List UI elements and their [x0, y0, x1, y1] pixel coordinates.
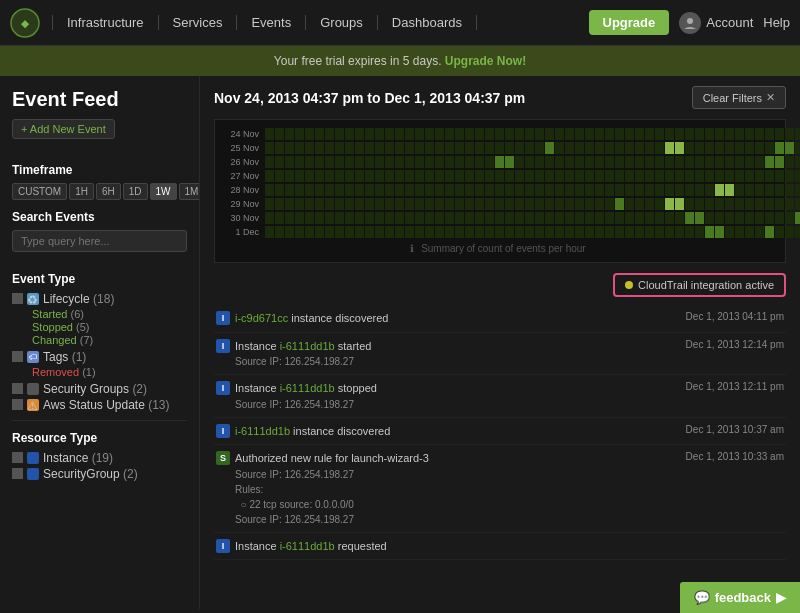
heatmap-cell: [545, 156, 554, 168]
event-item: Ii-c9d671cc instance discoveredDec 1, 20…: [214, 305, 786, 333]
heatmap-cell: [635, 142, 644, 154]
nav-services[interactable]: Services: [159, 15, 238, 30]
heatmap-cell: [545, 212, 554, 224]
changed-item[interactable]: Changed (7): [32, 334, 187, 346]
heatmap-cell: [385, 226, 394, 238]
event-link[interactable]: i-c9d671cc: [235, 312, 288, 324]
heatmap-cell: [715, 212, 724, 224]
heatmap-cell: [315, 156, 324, 168]
lifecycle-checkbox[interactable]: [12, 293, 23, 304]
page-title: Event Feed: [12, 88, 187, 111]
heatmap-cell: [365, 198, 374, 210]
heatmap-row-label: 27 Nov: [223, 171, 263, 181]
heatmap-cell: [335, 212, 344, 224]
heatmap-cell: [415, 170, 424, 182]
event-link[interactable]: i-6111dd1b: [280, 382, 335, 394]
heatmap-cell: [645, 156, 654, 168]
event-link[interactable]: i-6111dd1b: [235, 425, 290, 437]
tf-1m[interactable]: 1M: [179, 183, 200, 200]
clear-filters-button[interactable]: Clear Filters ✕: [692, 86, 786, 109]
aws-status-checkbox[interactable]: [12, 399, 23, 410]
heatmap-cell: [725, 142, 734, 154]
heatmap-cell: [315, 184, 324, 196]
heatmap-cell: [685, 128, 694, 140]
heatmap-cell: [725, 156, 734, 168]
heatmap-cell: [505, 226, 514, 238]
heatmap-cell: [695, 156, 704, 168]
heatmap-cell: [535, 212, 544, 224]
nav-dashboards[interactable]: Dashboards: [378, 15, 477, 30]
heatmap-cell: [405, 198, 414, 210]
heatmap-cell: [645, 128, 654, 140]
search-events-label: Search Events: [12, 210, 187, 224]
heatmap-cell: [595, 142, 604, 154]
lifecycle-icon: ♻: [27, 293, 39, 305]
heatmap-cell: [455, 212, 464, 224]
cloudtrail-label: CloudTrail integration active: [638, 279, 774, 291]
security-groups-checkbox[interactable]: [12, 383, 23, 394]
search-input[interactable]: [12, 230, 187, 252]
heatmap-cell: [715, 156, 724, 168]
instance-checkbox[interactable]: [12, 452, 23, 463]
security-group-resource-checkbox[interactable]: [12, 468, 23, 479]
event-type-icon: I: [216, 424, 230, 438]
account-icon: [679, 12, 701, 34]
heatmap-cell: [345, 212, 354, 224]
event-link[interactable]: i-6111dd1b: [280, 540, 335, 552]
nav-infrastructure[interactable]: Infrastructure: [52, 15, 159, 30]
heatmap-cell: [715, 128, 724, 140]
upgrade-now-link[interactable]: Upgrade Now!: [445, 54, 526, 68]
heatmap-cell: [675, 184, 684, 196]
heatmap-cell: [605, 212, 614, 224]
heatmap-cell: [625, 226, 634, 238]
tf-1d[interactable]: 1D: [123, 183, 148, 200]
heatmap-cell: [395, 198, 404, 210]
account-button[interactable]: Account: [679, 12, 753, 34]
heatmap-cell: [785, 184, 794, 196]
heatmap-cell: [355, 198, 364, 210]
heatmap-row: 30 Nov: [223, 212, 777, 224]
heatmap-cell: [755, 128, 764, 140]
heatmap-cell: [545, 170, 554, 182]
tf-custom[interactable]: CUSTOM: [12, 183, 67, 200]
tf-6h[interactable]: 6H: [96, 183, 121, 200]
tf-1w[interactable]: 1W: [150, 183, 177, 200]
event-left: Ii-6111dd1b instance discovered: [216, 423, 676, 440]
event-rules: Rules: ○ 22 tcp source: 0.0.0.0/0: [235, 482, 429, 512]
heatmap-cell: [275, 156, 284, 168]
heatmap-cell: [775, 198, 784, 210]
heatmap-cell: [735, 212, 744, 224]
tf-1h[interactable]: 1H: [69, 183, 94, 200]
heatmap-cell: [615, 170, 624, 182]
heatmap-cell: [265, 198, 274, 210]
heatmap-cell: [325, 184, 334, 196]
heatmap-cell: [485, 212, 494, 224]
removed-item[interactable]: Removed (1): [32, 366, 187, 378]
heatmap-cell: [605, 184, 614, 196]
heatmap-cell: [555, 226, 564, 238]
event-link[interactable]: i-6111dd1b: [280, 340, 335, 352]
heatmap-cell: [655, 198, 664, 210]
heatmap-cell: [395, 212, 404, 224]
clear-filters-x-icon: ✕: [766, 91, 775, 104]
nav-events[interactable]: Events: [237, 15, 306, 30]
security-group-resource-icon: [27, 468, 39, 480]
stopped-item[interactable]: Stopped (5): [32, 321, 187, 333]
tags-sub-items: Removed (1): [12, 366, 187, 378]
add-event-button[interactable]: + Add New Event: [12, 119, 115, 139]
upgrade-button[interactable]: Upgrade: [589, 10, 670, 35]
help-link[interactable]: Help: [763, 15, 790, 30]
event-item: IInstance i-6111dd1b stoppedSource IP: 1…: [214, 375, 786, 418]
feedback-button[interactable]: 💬 feedback ▶: [680, 582, 800, 613]
heatmap-cell: [685, 170, 694, 182]
tags-checkbox[interactable]: [12, 351, 23, 362]
heatmap-cell: [685, 226, 694, 238]
started-item[interactable]: Started (6): [32, 308, 187, 320]
event-time: Dec 1, 2013 12:11 pm: [686, 381, 784, 392]
heatmap-cell: [465, 226, 474, 238]
nav-groups[interactable]: Groups: [306, 15, 378, 30]
heatmap-cell: [695, 226, 704, 238]
heatmap-cell: [455, 170, 464, 182]
account-label: Account: [706, 15, 753, 30]
heatmap-cell: [705, 184, 714, 196]
